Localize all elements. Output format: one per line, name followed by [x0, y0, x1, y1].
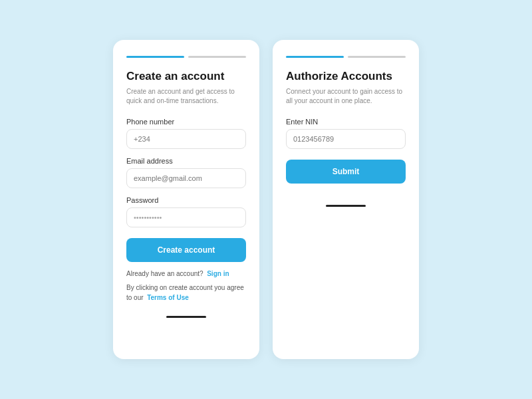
authorize-accounts-card: Authorize Accounts Connect your account … — [273, 40, 419, 359]
submit-button[interactable]: Submit — [286, 160, 406, 184]
progress-step-1-right — [286, 56, 344, 58]
create-account-button[interactable]: Create account — [126, 238, 246, 262]
terms-of-use-link[interactable]: Terms of Use — [147, 294, 189, 301]
email-input[interactable] — [126, 168, 246, 188]
progress-bar — [126, 56, 246, 58]
card-subtitle: Create an account and get access to quic… — [126, 87, 246, 106]
progress-bar-right — [286, 56, 406, 58]
phone-label: Phone number — [126, 118, 246, 126]
password-field-group: Password — [126, 196, 246, 227]
right-card-subtitle: Connect your account to gain access to a… — [286, 87, 406, 106]
progress-step-2 — [188, 56, 246, 58]
bottom-bar — [166, 316, 206, 318]
already-text: Already have an account? — [126, 270, 203, 277]
progress-step-1 — [126, 56, 184, 58]
card-title: Create an account — [126, 70, 246, 83]
phone-field-group: Phone number — [126, 118, 246, 149]
terms-row: By clicking on create account you agree … — [126, 283, 246, 303]
password-label: Password — [126, 196, 246, 204]
right-card-title: Authorize Accounts — [286, 70, 406, 83]
sign-in-link[interactable]: Sign in — [207, 270, 229, 277]
progress-step-2-right — [348, 56, 406, 58]
email-field-group: Email address — [126, 157, 246, 188]
nin-input[interactable] — [286, 129, 406, 149]
email-label: Email address — [126, 157, 246, 165]
nin-label: Enter NIN — [286, 118, 406, 126]
create-account-card: Create an account Create an account and … — [113, 40, 259, 359]
sign-in-row: Already have an account? Sign in — [126, 270, 246, 277]
password-input[interactable] — [126, 207, 246, 227]
phone-input[interactable] — [126, 129, 246, 149]
nin-field-group: Enter NIN — [286, 118, 406, 149]
bottom-bar-right — [326, 205, 366, 207]
